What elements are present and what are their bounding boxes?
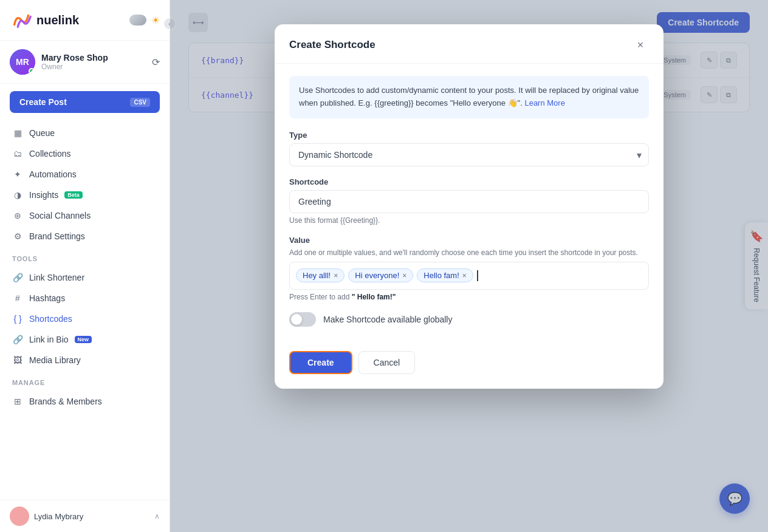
link-in-bio-label: Link in Bio — [29, 335, 69, 344]
manage-nav-section: ⊞ Brands & Members — [0, 389, 170, 414]
shortcodes-label: Shortcodes — [29, 314, 72, 324]
sidebar-item-automations[interactable]: ✦ Automations — [0, 164, 170, 185]
sun-icon: ☀ — [151, 15, 160, 26]
image-icon: 🖼 — [12, 355, 23, 365]
tag-label: Hi everyone! — [355, 271, 399, 280]
tools-section-label: TOOLS — [0, 249, 170, 265]
user-name: Mary Rose Shop — [41, 53, 146, 63]
main-content: ⟷ Create Shortcode {{brand}} Inserts you… — [170, 0, 768, 532]
modal-close-button[interactable]: × — [632, 36, 649, 53]
info-text: Use Shortcodes to add custom/dynamic con… — [299, 86, 639, 107]
sidebar-item-queue[interactable]: ▦ Queue — [0, 123, 170, 143]
tools-nav-section: 🔗 Link Shortener # Hashtags { } Shortcod… — [0, 265, 170, 373]
shortcode-hint: Use this format {{Greeting}}. — [289, 216, 649, 225]
global-label: Make Shortcode available globally — [323, 315, 452, 324]
beta-badge: Beta — [64, 191, 83, 199]
tag-label: Hello fam! — [423, 271, 459, 280]
create-post-label: Create Post — [19, 97, 67, 107]
enter-hint-value: " Hello fam!" — [352, 293, 396, 301]
create-shortcode-modal: Create Shortcode × Use Shortcodes to add… — [275, 24, 663, 389]
users-icon: ⊞ — [12, 397, 23, 406]
gear-icon: ⚙ — [12, 231, 23, 241]
queue-label: Queue — [29, 128, 55, 138]
wand-icon: ✦ — [12, 169, 23, 179]
link-shortener-label: Link Shortener — [29, 273, 84, 282]
online-indicator — [29, 68, 35, 74]
tag-chip-3: Hello fam! × — [417, 268, 473, 282]
learn-more-link[interactable]: Learn More — [524, 98, 564, 107]
sidebar-bottom: Lydia Mybrary ∧ — [0, 500, 170, 532]
refresh-icon[interactable]: ⟳ — [152, 56, 160, 68]
sidebar-item-social-channels[interactable]: ⊛ Social Channels — [0, 205, 170, 226]
value-label: Value — [289, 236, 649, 245]
modal-title: Create Shortcode — [289, 39, 375, 51]
global-toggle[interactable] — [289, 312, 316, 327]
modal-body: Use Shortcodes to add custom/dynamic con… — [275, 64, 663, 351]
modal-header: Create Shortcode × — [275, 24, 663, 64]
shortcode-field: Shortcode Use this format {{Greeting}}. — [289, 177, 649, 225]
create-button[interactable]: Create — [289, 351, 352, 374]
manage-section-label: MANAGE — [0, 373, 170, 389]
enter-hint: Press Enter to add " Hello fam!" — [289, 293, 649, 301]
media-library-label: Media Library — [29, 355, 81, 365]
bottom-avatar — [10, 506, 29, 526]
weather-icon — [129, 15, 146, 26]
shortcode-input[interactable] — [289, 190, 649, 213]
user-info: Mary Rose Shop Owner — [41, 53, 146, 71]
brand-settings-label: Brand Settings — [29, 231, 85, 241]
value-hint: Add one or multiple values, and we'll ra… — [289, 248, 649, 257]
info-box: Use Shortcodes to add custom/dynamic con… — [289, 76, 649, 118]
calendar-icon: ▦ — [12, 128, 23, 138]
tag-remove-3[interactable]: × — [462, 272, 467, 279]
cancel-button[interactable]: Cancel — [358, 351, 416, 374]
create-post-button[interactable]: Create Post CSV — [10, 91, 160, 113]
type-field: Type Dynamic ShortcodeStatic Shortcode ▾ — [289, 131, 649, 166]
global-toggle-row: Make Shortcode available globally — [289, 312, 649, 327]
tags-input-area[interactable]: Hey alll! × Hi everyone! × Hello fam! × — [289, 262, 649, 290]
pie-icon: ◑ — [12, 190, 23, 200]
sidebar-item-shortcodes[interactable]: { } Shortcodes — [0, 309, 170, 329]
sidebar-item-insights[interactable]: ◑ Insights Beta — [0, 185, 170, 205]
sidebar-header: nuelink ☀ ‹ — [0, 0, 170, 41]
tag-remove-2[interactable]: × — [402, 272, 406, 279]
link2-icon: 🔗 — [12, 335, 23, 344]
tag-label: Hey alll! — [303, 271, 331, 280]
sidebar-item-brand-settings[interactable]: ⚙ Brand Settings — [0, 226, 170, 247]
value-field: Value Add one or multiple values, and we… — [289, 236, 649, 301]
type-select[interactable]: Dynamic ShortcodeStatic Shortcode — [289, 143, 649, 166]
sidebar-item-link-shortener[interactable]: 🔗 Link Shortener — [0, 267, 170, 288]
sidebar: nuelink ☀ ‹ MR Mary Rose Shop Owner ⟳ Cr… — [0, 0, 170, 532]
modal-backdrop: Create Shortcode × Use Shortcodes to add… — [170, 0, 768, 532]
social-channels-label: Social Channels — [29, 211, 91, 220]
share-icon: ⊛ — [12, 211, 23, 220]
sidebar-item-collections[interactable]: 🗂 Collections — [0, 143, 170, 164]
link-icon: 🔗 — [12, 273, 23, 282]
logo-text: nuelink — [36, 13, 79, 27]
avatar: MR — [10, 49, 35, 75]
brands-members-label: Brands & Members — [29, 397, 102, 406]
insights-label: Insights — [29, 190, 58, 200]
logo-area: nuelink — [10, 9, 79, 32]
header-icons: ☀ — [129, 15, 160, 26]
type-select-wrapper: Dynamic ShortcodeStatic Shortcode ▾ — [289, 143, 649, 166]
sidebar-item-link-in-bio[interactable]: 🔗 Link in Bio New — [0, 329, 170, 350]
hashtags-label: Hashtags — [29, 293, 65, 303]
bottom-user-name: Lydia Mybrary — [34, 512, 149, 521]
automations-label: Automations — [29, 169, 77, 179]
nav-section: ▦ Queue 🗂 Collections ✦ Automations ◑ In… — [0, 120, 170, 249]
collections-label: Collections — [29, 149, 70, 159]
enter-hint-text: Press Enter to add — [289, 293, 352, 301]
csv-badge: CSV — [130, 98, 150, 107]
chevron-up-icon[interactable]: ∧ — [154, 512, 160, 520]
folder-icon: 🗂 — [12, 149, 23, 159]
text-cursor — [477, 270, 478, 281]
sidebar-item-media-library[interactable]: 🖼 Media Library — [0, 350, 170, 370]
tag-chip-1: Hey alll! × — [296, 268, 345, 282]
braces-icon: { } — [12, 314, 23, 324]
toggle-knob — [291, 314, 302, 325]
hash-icon: # — [12, 293, 23, 303]
type-label: Type — [289, 131, 649, 140]
sidebar-item-brands-members[interactable]: ⊞ Brands & Members — [0, 391, 170, 412]
sidebar-item-hashtags[interactable]: # Hashtags — [0, 288, 170, 309]
tag-remove-1[interactable]: × — [334, 272, 338, 279]
